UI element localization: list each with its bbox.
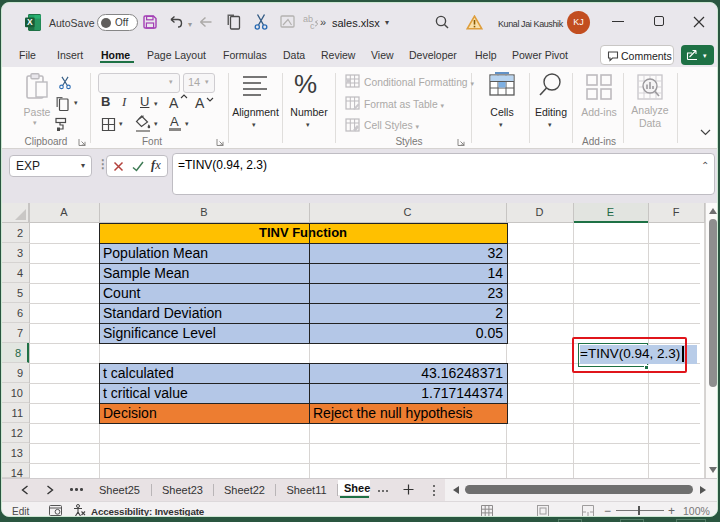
svg-text:X: X xyxy=(27,17,33,27)
svg-text:c: c xyxy=(310,21,315,31)
